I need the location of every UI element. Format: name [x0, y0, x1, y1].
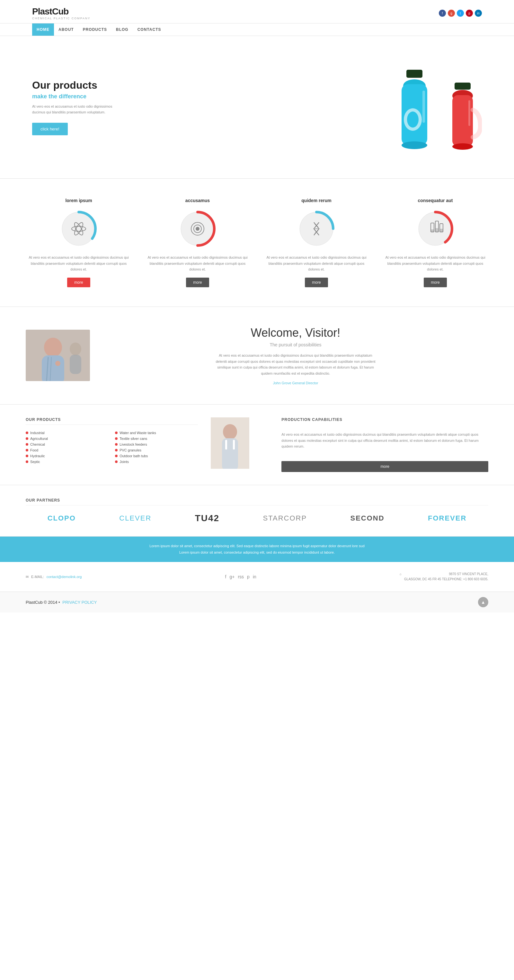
product-hydraulic: Hydraulic	[26, 453, 108, 459]
footer-address: ⌂ 9870 ST VINCENT PLACE, GLASGOW, DC 45 …	[399, 572, 488, 582]
footer-linkedin-icon[interactable]: in	[253, 574, 256, 579]
feature-3-label: quidem rerum	[263, 198, 369, 203]
footer-rss-icon[interactable]: rss	[238, 574, 244, 579]
footer-pinterest-icon[interactable]: p	[247, 574, 250, 579]
product-pvc: PVC granules	[115, 447, 198, 453]
svg-rect-34	[435, 228, 439, 232]
navigation: HOME ABOUT PRODUCTS BLOG CONTACTS	[0, 24, 514, 36]
blue-bottle-svg	[392, 68, 437, 158]
feature-4-circle	[416, 210, 455, 248]
bullet-icon	[26, 460, 28, 463]
facebook-icon[interactable]: f	[439, 10, 446, 17]
feature-4-label: consequatur aut	[382, 198, 488, 203]
feature-2-ring-svg	[178, 210, 217, 248]
feature-3-ring-svg	[297, 210, 336, 248]
bullet-icon	[26, 455, 28, 457]
bullet-icon	[115, 431, 118, 434]
privacy-link[interactable]: PRIVACY POLICY	[62, 600, 97, 605]
svg-rect-46	[222, 438, 238, 469]
capabilities-text: At vero eos et accusamus et iusto odio d…	[282, 431, 488, 450]
feature-2-desc: At vero eos et accusamus et iusto odio d…	[145, 255, 251, 272]
red-bottle-svg	[443, 81, 482, 158]
feature-1-desc: At vero eos et accusamus et iusto odio d…	[26, 255, 132, 272]
feature-4: consequatur aut At vero eos et accusamus…	[382, 198, 488, 287]
capabilities-section: PRODUCTION CAPABILITIES At vero eos et a…	[282, 417, 488, 472]
red-bottle	[443, 81, 482, 159]
svg-rect-10	[468, 100, 470, 126]
partner-tu42: TU42	[195, 513, 220, 523]
location-icon: ⌂	[399, 572, 401, 577]
svg-rect-7	[455, 83, 471, 90]
bullet-icon	[26, 449, 28, 452]
logo: PlastCub CHEMICAL PLASTIC COMPANY	[32, 6, 91, 20]
bullet-icon	[115, 455, 118, 457]
hero-image	[392, 55, 482, 159]
blue-bottle	[392, 68, 437, 159]
svg-rect-35	[440, 229, 443, 232]
logo-title: PlastCub	[32, 6, 91, 17]
svg-point-6	[401, 142, 427, 149]
scroll-to-top-button[interactable]: ▲	[478, 597, 488, 607]
feature-2-btn[interactable]: more	[186, 278, 209, 287]
bullet-icon	[26, 443, 28, 445]
hero-title: Our products	[32, 79, 122, 91]
caps-image-container	[211, 417, 269, 472]
feature-1-circle	[59, 210, 98, 248]
author-name: John Grove	[273, 381, 291, 385]
capabilities-title: PRODUCTION CAPABILITIES	[282, 417, 488, 422]
feature-2: accusamus At vero eos et accusamus et iu…	[145, 198, 251, 287]
svg-rect-47	[225, 440, 227, 450]
address-line1: 9870 ST VINCENT PLACE,	[404, 572, 488, 577]
products-col2: Water and Waste tanks Textile silver can…	[115, 430, 198, 465]
product-outdoor-bath: Outdoor bath tubs	[115, 453, 198, 459]
hero-cta-button[interactable]: click here!	[32, 123, 68, 135]
feature-3-btn[interactable]: more	[305, 278, 328, 287]
product-joints: Joints	[115, 459, 198, 465]
svg-rect-48	[233, 440, 235, 450]
twitter-icon[interactable]: t	[457, 10, 464, 17]
welcome-section: Welcome, Visitor! The pursuit of possibi…	[0, 307, 514, 404]
svg-rect-38	[42, 355, 64, 381]
capabilities-btn[interactable]: more	[282, 461, 488, 472]
nav-blog[interactable]: BLOG	[111, 24, 133, 36]
bullet-icon	[115, 460, 118, 463]
partners-grid: CLOPO CLEVER TU42 STARCORP SECOND FOREVE…	[26, 513, 488, 523]
footer-googleplus-icon[interactable]: g+	[229, 574, 234, 579]
svg-point-37	[44, 338, 62, 357]
email-address[interactable]: contact@demolink.org	[46, 575, 82, 579]
bullet-icon	[115, 437, 118, 440]
bullet-icon	[26, 431, 28, 434]
feature-3-circle	[297, 210, 336, 248]
copyright: PlastCub © 2014 • PRIVACY POLICY	[26, 600, 97, 605]
welcome-text: At vero eos et accusamus et iusto odio d…	[215, 353, 376, 377]
nav-home[interactable]: HOME	[32, 24, 54, 36]
feature-1-btn[interactable]: more	[67, 278, 90, 287]
welcome-title: Welcome, Visitor!	[103, 326, 488, 340]
feature-4-desc: At vero eos et accusamus et iusto odio d…	[382, 255, 488, 272]
googleplus-icon[interactable]: g	[448, 10, 455, 17]
header: PlastCub CHEMICAL PLASTIC COMPANY f g t …	[0, 0, 514, 24]
feature-4-btn[interactable]: more	[424, 278, 447, 287]
svg-point-4	[407, 111, 419, 127]
product-food: Food	[26, 447, 108, 453]
svg-rect-0	[406, 70, 422, 78]
pinterest-icon[interactable]: p	[466, 10, 473, 17]
nav-products[interactable]: PRODUCTS	[78, 24, 111, 36]
products-col1: Industrial Agricultural Chemical Food Hy…	[26, 430, 108, 465]
partner-clever: CLEVER	[119, 514, 151, 522]
products-title: OUR PRODUCTS	[26, 417, 198, 425]
welcome-image	[26, 330, 90, 381]
welcome-content: Welcome, Visitor! The pursuit of possibi…	[103, 326, 488, 385]
products-list: Industrial Agricultural Chemical Food Hy…	[26, 430, 198, 465]
footer-facebook-icon[interactable]: f	[225, 574, 226, 579]
partner-second: SECOND	[350, 514, 384, 522]
nav-contacts[interactable]: CONTACTS	[133, 24, 166, 36]
linkedin-icon[interactable]: in	[475, 10, 482, 17]
product-septic: Septic	[26, 459, 108, 465]
banner-section: Lorem ipsum dolor sit amet, consectetur …	[0, 536, 514, 562]
bottom-bar: PlastCub © 2014 • PRIVACY POLICY ▲	[0, 592, 514, 612]
nav-about[interactable]: ABOUT	[54, 24, 78, 36]
banner-line1: Lorem ipsum dolor sit amet, consectetur …	[26, 543, 488, 549]
hero-subtitle: make the difference	[32, 93, 122, 100]
email-label: E-MAIL:	[31, 575, 44, 579]
